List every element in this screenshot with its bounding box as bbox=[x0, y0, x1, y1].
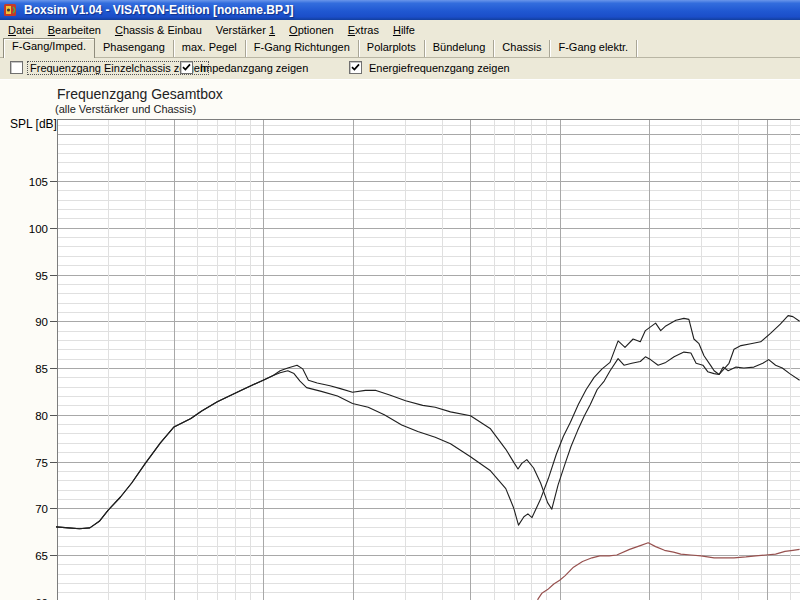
y-tick-label: 65 bbox=[35, 550, 48, 562]
checkbox-item-impedanzgang-zeigen[interactable]: Impedanzgang zeigen bbox=[180, 61, 310, 74]
checked-checkbox-icon[interactable] bbox=[349, 61, 362, 74]
menu-item-extras[interactable]: Extras bbox=[341, 21, 386, 39]
frequency-response-plot: 1051009590858075706560 bbox=[0, 80, 800, 600]
checkbox-item-frequenzgang-einzelchassis-zeigen[interactable]: Frequenzgang Einzelchassis zeigen bbox=[10, 61, 208, 74]
menu-item-datei[interactable]: Datei bbox=[1, 21, 41, 39]
y-tick-label: 60 bbox=[35, 597, 48, 600]
y-tick-label: 75 bbox=[35, 457, 48, 469]
checkbox-item-energiefrequenzgang-zeigen[interactable]: Energiefrequenzgang zeigen bbox=[349, 61, 512, 74]
tab-f-gang-imped[interactable]: F-Gang/Imped. bbox=[3, 38, 95, 58]
checkbox-label[interactable]: Impedanzgang zeigen bbox=[198, 62, 310, 74]
tab-max-pegel[interactable]: max. Pegel bbox=[174, 40, 246, 57]
checked-checkbox-icon[interactable] bbox=[180, 61, 193, 74]
menu-item-verst-rker-1[interactable]: Verstärker 1 bbox=[209, 21, 282, 39]
y-tick-label: 100 bbox=[29, 223, 48, 235]
tab-polarplots[interactable]: Polarplots bbox=[359, 40, 425, 57]
chart-panel: 1051009590858075706560 Frequenzgang Gesa… bbox=[0, 80, 800, 600]
window-titlebar[interactable]: Boxsim V1.04 - VISATON-Edition [noname.B… bbox=[0, 0, 800, 20]
y-tick-label: 80 bbox=[35, 410, 48, 422]
tab-phasengang[interactable]: Phasengang bbox=[95, 40, 174, 57]
chart-subtitle: (alle Verstärker und Chassis) bbox=[55, 103, 196, 115]
app-icon bbox=[3, 2, 19, 18]
checkbox-label[interactable]: Energiefrequenzgang zeigen bbox=[367, 62, 512, 74]
y-tick-label: 85 bbox=[35, 363, 48, 375]
y-tick-label: 90 bbox=[35, 316, 48, 328]
y-axis-label: SPL [dB] bbox=[10, 117, 57, 131]
menu-item-bearbeiten[interactable]: Bearbeiten bbox=[41, 21, 108, 39]
menu-bar: DateiBearbeitenChassis & EinbauVerstärke… bbox=[0, 20, 800, 40]
tab-f-gang-richtungen[interactable]: F-Gang Richtungen bbox=[246, 40, 359, 57]
tab-bar: F-Gang/Imped.Phasengangmax. PegelF-Gang … bbox=[0, 40, 800, 58]
menu-item-optionen[interactable]: Optionen bbox=[282, 21, 341, 39]
tab-b-ndelung[interactable]: Bündelung bbox=[425, 40, 495, 57]
chart-title: Frequenzgang Gesamtbox bbox=[57, 86, 223, 102]
y-tick-label: 95 bbox=[35, 270, 48, 282]
checkbox-toolbar: Frequenzgang Einzelchassis zeigenImpedan… bbox=[0, 58, 800, 80]
window-title: Boxsim V1.04 - VISATON-Edition [noname.B… bbox=[24, 3, 294, 17]
y-tick-label: 105 bbox=[29, 176, 48, 188]
menu-item-hilfe[interactable]: Hilfe bbox=[386, 21, 422, 39]
y-axis-ticks: 1051009590858075706560 bbox=[29, 176, 57, 600]
menu-item-chassis-einbau[interactable]: Chassis & Einbau bbox=[108, 21, 209, 39]
tab-chassis[interactable]: Chassis bbox=[494, 40, 550, 57]
unchecked-checkbox-icon[interactable] bbox=[10, 61, 23, 74]
y-tick-label: 70 bbox=[35, 503, 48, 515]
tab-f-gang-elektr[interactable]: F-Gang elektr. bbox=[550, 40, 637, 57]
